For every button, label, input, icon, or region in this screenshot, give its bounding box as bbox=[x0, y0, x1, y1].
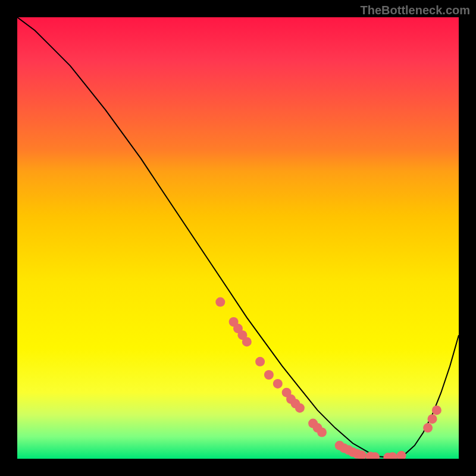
scatter-point bbox=[295, 403, 305, 413]
scatter-point bbox=[242, 337, 252, 346]
scatter-point bbox=[428, 414, 437, 424]
scatter-point bbox=[273, 379, 283, 389]
bottleneck-chart bbox=[17, 17, 459, 459]
scatter-point bbox=[397, 451, 406, 459]
scatter-point bbox=[432, 405, 441, 415]
scatter-point bbox=[215, 298, 225, 307]
watermark-text: TheBottleneck.com bbox=[361, 4, 470, 17]
scatter-point bbox=[423, 423, 433, 433]
scatter-point bbox=[317, 428, 327, 437]
bottleneck-curve-path bbox=[17, 17, 459, 458]
scatter-point bbox=[264, 370, 274, 380]
chart-svg bbox=[17, 17, 459, 459]
scatter-point bbox=[255, 357, 265, 367]
